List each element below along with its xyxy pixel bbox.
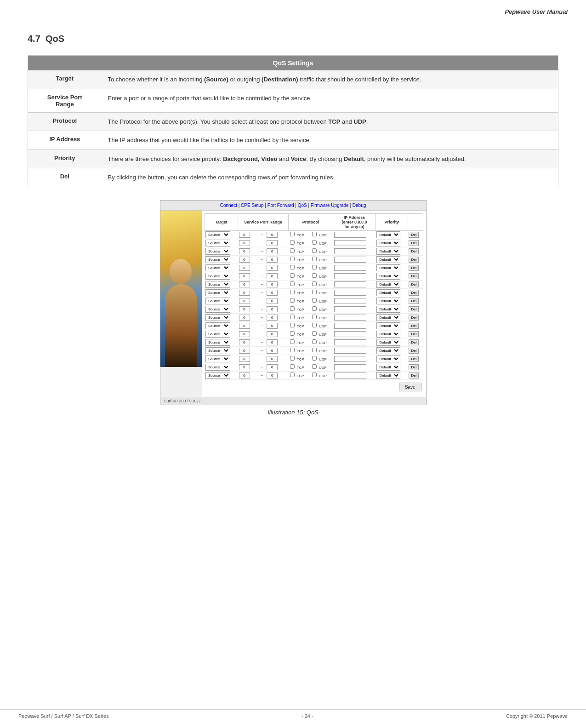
target-select-11[interactable]: Source Destination — [205, 322, 230, 329]
del-button-13[interactable]: Del — [409, 339, 419, 345]
port-to-2[interactable] — [267, 248, 278, 254]
port-from-14[interactable] — [239, 348, 250, 354]
del-button-0[interactable]: Del — [409, 232, 419, 238]
port-from-1[interactable] — [239, 240, 250, 246]
priority-select-17[interactable]: Default Background Video Voice — [376, 372, 400, 379]
ip-input-14[interactable] — [334, 348, 366, 354]
target-select-5[interactable]: Source Destination — [205, 273, 230, 280]
port-to-10[interactable] — [267, 315, 278, 321]
del-button-16[interactable]: Del — [409, 364, 419, 370]
del-button-2[interactable]: Del — [409, 248, 419, 254]
port-to-1[interactable] — [267, 240, 278, 246]
tcp-checkbox-14[interactable] — [290, 348, 295, 352]
priority-select-12[interactable]: Default Background Video Voice — [376, 331, 400, 338]
tcp-checkbox-10[interactable] — [290, 315, 295, 319]
ip-input-15[interactable] — [334, 356, 366, 362]
del-button-7[interactable]: Del — [409, 290, 419, 296]
ip-input-12[interactable] — [334, 331, 366, 337]
save-button[interactable]: Save — [399, 383, 421, 391]
port-from-8[interactable] — [239, 298, 250, 304]
port-to-13[interactable] — [267, 339, 278, 345]
target-select-9[interactable]: Source Destination — [205, 306, 230, 313]
ip-input-6[interactable] — [334, 281, 366, 287]
port-from-10[interactable] — [239, 315, 250, 321]
port-from-15[interactable] — [239, 356, 250, 362]
port-to-15[interactable] — [267, 356, 278, 362]
udp-checkbox-5[interactable] — [312, 273, 317, 278]
priority-select-0[interactable]: Default Background Video Voice — [376, 231, 400, 238]
priority-select-15[interactable]: Default Background Video Voice — [376, 355, 400, 362]
nav-qos[interactable]: QoS — [298, 203, 307, 208]
del-button-10[interactable]: Del — [409, 315, 419, 321]
port-to-3[interactable] — [267, 257, 278, 263]
ip-input-3[interactable] — [334, 257, 366, 263]
del-button-14[interactable]: Del — [409, 348, 419, 354]
priority-select-9[interactable]: Default Background Video Voice — [376, 306, 400, 313]
tcp-checkbox-11[interactable] — [290, 323, 295, 327]
ip-input-7[interactable] — [334, 290, 366, 296]
udp-checkbox-15[interactable] — [312, 356, 317, 361]
udp-checkbox-8[interactable] — [312, 298, 317, 303]
ip-input-16[interactable] — [334, 364, 366, 370]
udp-checkbox-10[interactable] — [312, 315, 317, 319]
target-select-16[interactable]: Source Destination — [205, 364, 230, 371]
tcp-checkbox-16[interactable] — [290, 364, 295, 369]
ip-input-11[interactable] — [334, 323, 366, 329]
del-button-15[interactable]: Del — [409, 356, 419, 362]
udp-checkbox-1[interactable] — [312, 240, 317, 245]
udp-checkbox-4[interactable] — [312, 265, 317, 269]
ip-input-8[interactable] — [334, 298, 366, 304]
del-button-3[interactable]: Del — [409, 257, 419, 263]
tcp-checkbox-8[interactable] — [290, 298, 295, 303]
del-button-8[interactable]: Del — [409, 298, 419, 304]
tcp-checkbox-2[interactable] — [290, 248, 295, 253]
udp-checkbox-2[interactable] — [312, 248, 317, 253]
priority-select-14[interactable]: Default Background Video Voice — [376, 347, 400, 354]
target-select-0[interactable]: Source Destination — [205, 231, 230, 238]
nav-firmware[interactable]: Firmware Upgrade — [311, 203, 349, 208]
tcp-checkbox-1[interactable] — [290, 240, 295, 245]
priority-select-2[interactable]: Default Background Video Voice — [376, 248, 400, 255]
udp-checkbox-16[interactable] — [312, 364, 317, 369]
target-select-8[interactable]: Source Destination — [205, 298, 230, 304]
nav-port-forward[interactable]: Port Forward — [267, 203, 294, 208]
ip-input-13[interactable] — [334, 339, 366, 345]
priority-select-6[interactable]: Default Background Video Voice — [376, 281, 400, 288]
port-from-4[interactable] — [239, 265, 250, 271]
udp-checkbox-6[interactable] — [312, 281, 317, 286]
nav-debug[interactable]: Debug — [353, 203, 366, 208]
del-button-17[interactable]: Del — [409, 373, 419, 378]
tcp-checkbox-4[interactable] — [290, 265, 295, 269]
priority-select-3[interactable]: Default Background Video Voice — [376, 256, 400, 263]
del-button-12[interactable]: Del — [409, 331, 419, 337]
target-select-3[interactable]: Source Destination — [205, 256, 230, 263]
port-from-7[interactable] — [239, 290, 250, 296]
target-select-17[interactable]: Source Destination — [205, 372, 230, 379]
port-to-4[interactable] — [267, 265, 278, 271]
priority-select-11[interactable]: Default Background Video Voice — [376, 322, 400, 329]
ip-input-5[interactable] — [334, 273, 366, 279]
port-from-13[interactable] — [239, 339, 250, 345]
port-from-2[interactable] — [239, 248, 250, 254]
ip-input-4[interactable] — [334, 265, 366, 271]
tcp-checkbox-0[interactable] — [290, 232, 295, 236]
target-select-2[interactable]: Source Destination — [205, 248, 230, 255]
port-to-17[interactable] — [267, 373, 278, 378]
port-to-11[interactable] — [267, 323, 278, 329]
del-button-11[interactable]: Del — [409, 323, 419, 329]
port-to-8[interactable] — [267, 298, 278, 304]
priority-select-10[interactable]: Default Background Video Voice — [376, 314, 400, 321]
del-button-9[interactable]: Del — [409, 306, 419, 312]
port-to-16[interactable] — [267, 364, 278, 370]
target-select-1[interactable]: Source Destination — [205, 240, 230, 246]
tcp-checkbox-7[interactable] — [290, 290, 295, 294]
udp-checkbox-3[interactable] — [312, 257, 317, 261]
port-from-5[interactable] — [239, 273, 250, 279]
port-to-9[interactable] — [267, 306, 278, 312]
priority-select-7[interactable]: Default Background Video Voice — [376, 289, 400, 296]
ip-input-10[interactable] — [334, 315, 366, 321]
tcp-checkbox-5[interactable] — [290, 273, 295, 278]
port-to-14[interactable] — [267, 348, 278, 354]
tcp-checkbox-15[interactable] — [290, 356, 295, 361]
nav-connect[interactable]: Connect — [220, 203, 237, 208]
